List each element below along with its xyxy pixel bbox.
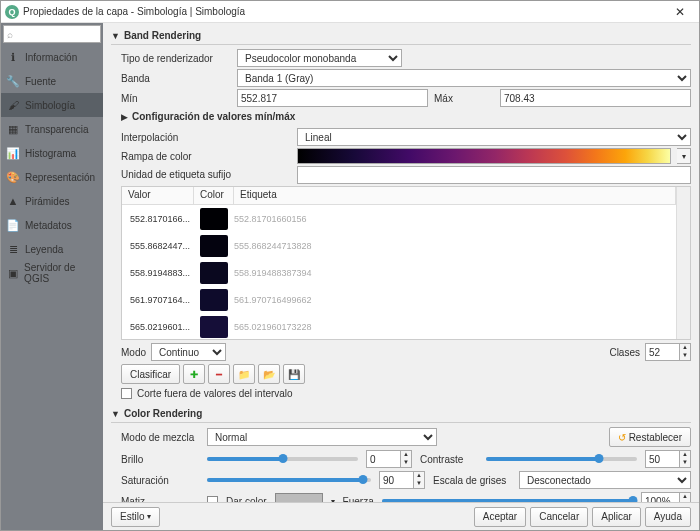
blend-mode-label: Modo de mezcla (121, 432, 199, 443)
remove-entry-button[interactable]: ━ (208, 364, 230, 384)
color-map-table: Valor Color Etiqueta 552.8170166...552.8… (121, 186, 691, 340)
clip-label: Corte fuera de valores del intervalo (137, 388, 293, 399)
band-select[interactable]: Banda 1 (Gray) (237, 69, 691, 87)
sidebar-icon: ▦ (6, 122, 20, 136)
classes-spinner[interactable]: ▲▼ (645, 343, 691, 361)
table-scrollbar[interactable] (676, 187, 690, 339)
col-valor[interactable]: Valor (122, 187, 194, 204)
sidebar-item-pirámides[interactable]: ▲Pirámides (1, 189, 103, 213)
collapse-icon: ▼ (111, 409, 120, 419)
blend-mode-select[interactable]: Normal (207, 428, 437, 446)
minmax-config-header[interactable]: ▶ Configuración de valores mín/máx (111, 109, 691, 126)
sidebar-item-simbología[interactable]: 🖌Simbología (1, 93, 103, 117)
sidebar-item-servidor-de-qgis[interactable]: ▣Servidor de QGIS (1, 261, 103, 285)
color-swatch[interactable] (200, 262, 228, 284)
table-row[interactable]: 555.8682447...555.868244713828 (122, 232, 676, 259)
sidebar: ⌕ ℹInformación🔧Fuente🖌Simbología▦Transpa… (1, 23, 103, 530)
color-swatch[interactable] (200, 235, 228, 257)
min-input[interactable] (237, 89, 428, 107)
table-row[interactable]: 565.0219601...565.021960173228 (122, 313, 676, 339)
grayscale-select[interactable]: Desconectado (519, 471, 691, 489)
renderer-type-label: Tipo de renderizador (111, 53, 231, 64)
contrast-label: Contraste (420, 454, 478, 465)
add-entry-button[interactable]: ✚ (183, 364, 205, 384)
color-swatch[interactable] (200, 208, 228, 230)
sidebar-item-label: Histograma (25, 148, 76, 159)
max-input[interactable] (500, 89, 691, 107)
renderer-type-select[interactable]: Pseudocolor monobanda (237, 49, 402, 67)
strength-spinner[interactable]: ▲▼ (641, 492, 691, 502)
window-title: Propiedades de la capa - Simbología | Si… (23, 6, 665, 17)
apply-button[interactable]: Aplicar (592, 507, 641, 527)
sidebar-item-label: Leyenda (25, 244, 63, 255)
color-ramp-label: Rampa de color (111, 151, 291, 162)
collapse-icon: ▼ (111, 31, 120, 41)
brightness-spinner[interactable]: ▲▼ (366, 450, 412, 468)
sidebar-item-leyenda[interactable]: ≣Leyenda (1, 237, 103, 261)
sidebar-icon: ℹ (6, 50, 20, 64)
save-colormap-button[interactable]: 💾 (283, 364, 305, 384)
band-rendering-header[interactable]: ▼ Band Rendering (111, 27, 691, 45)
reset-button[interactable]: ↺Restablecer (609, 427, 691, 447)
sidebar-item-histograma[interactable]: 📊Histograma (1, 141, 103, 165)
contrast-spinner[interactable]: ▲▼ (645, 450, 691, 468)
expand-icon: ▶ (121, 112, 128, 122)
color-rendering-header[interactable]: ▼ Color Rendering (111, 405, 691, 423)
brightness-slider[interactable] (207, 457, 358, 461)
min-label: Mín (111, 93, 231, 104)
sidebar-icon: ▣ (6, 266, 19, 280)
sidebar-item-label: Pirámides (25, 196, 69, 207)
sidebar-item-label: Fuente (25, 76, 56, 87)
app-icon: Q (5, 5, 19, 19)
brightness-label: Brillo (121, 454, 199, 465)
table-row[interactable]: 561.9707164...561.970716499662 (122, 286, 676, 313)
saturation-spinner[interactable]: ▲▼ (379, 471, 425, 489)
strength-slider[interactable] (382, 499, 633, 502)
sidebar-item-fuente[interactable]: 🔧Fuente (1, 69, 103, 93)
sidebar-icon: ≣ (6, 242, 20, 256)
label-unit-input[interactable] (297, 166, 691, 184)
sidebar-search-input[interactable]: ⌕ (3, 25, 101, 43)
interpolation-select[interactable]: Lineal (297, 128, 691, 146)
close-icon[interactable]: ✕ (665, 5, 695, 19)
sidebar-item-label: Transparencia (25, 124, 89, 135)
color-swatch[interactable] (200, 289, 228, 311)
sidebar-item-metadatos[interactable]: 📄Metadatos (1, 213, 103, 237)
band-label: Banda (111, 73, 231, 84)
sidebar-item-label: Servidor de QGIS (24, 262, 98, 284)
color-ramp-preview[interactable] (297, 148, 671, 164)
mode-select[interactable]: Continuo (151, 343, 226, 361)
mode-label: Modo (121, 347, 146, 358)
classify-button[interactable]: Clasificar (121, 364, 180, 384)
sidebar-icon: 🖌 (6, 98, 20, 112)
sidebar-icon: ▲ (6, 194, 20, 208)
sidebar-icon: 🎨 (6, 170, 20, 184)
clip-checkbox[interactable] (121, 388, 132, 399)
export-colormap-button[interactable]: 📂 (258, 364, 280, 384)
saturation-slider[interactable] (207, 478, 371, 482)
color-swatch[interactable] (200, 316, 228, 338)
sidebar-item-transparencia[interactable]: ▦Transparencia (1, 117, 103, 141)
colorize-color-button[interactable] (275, 493, 323, 502)
saturation-label: Saturación (121, 475, 199, 486)
sidebar-icon: 📄 (6, 218, 20, 232)
table-row[interactable]: 558.9194883...558.919488387394 (122, 259, 676, 286)
ok-button[interactable]: Aceptar (474, 507, 526, 527)
col-color[interactable]: Color (194, 187, 234, 204)
help-button[interactable]: Ayuda (645, 507, 691, 527)
sidebar-item-label: Información (25, 52, 77, 63)
sidebar-item-label: Representación (25, 172, 95, 183)
style-button[interactable]: Estilo ▾ (111, 507, 160, 527)
sidebar-icon: 📊 (6, 146, 20, 160)
sidebar-item-label: Metadatos (25, 220, 72, 231)
cancel-button[interactable]: Cancelar (530, 507, 588, 527)
col-etiqueta[interactable]: Etiqueta (234, 187, 676, 204)
sidebar-item-información[interactable]: ℹInformación (1, 45, 103, 69)
table-row[interactable]: 552.8170166...552.81701660156 (122, 205, 676, 232)
color-ramp-dropdown[interactable]: ▾ (677, 148, 691, 164)
load-colormap-button[interactable]: 📁 (233, 364, 255, 384)
label-unit-label: Unidad de etiqueta sufijo (111, 170, 291, 180)
contrast-slider[interactable] (486, 457, 637, 461)
sidebar-item-label: Simbología (25, 100, 75, 111)
sidebar-item-representación[interactable]: 🎨Representación (1, 165, 103, 189)
